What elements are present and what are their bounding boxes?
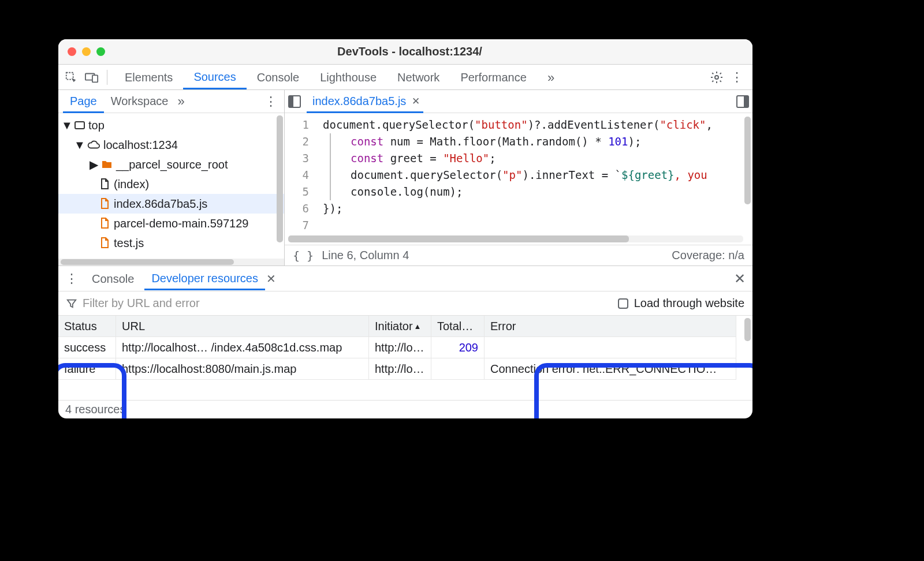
filter-icon — [66, 298, 77, 309]
col-total[interactable]: Total… — [431, 316, 485, 337]
tree-file-selected[interactable]: index.86da7ba5.js — [58, 194, 284, 214]
tab-console[interactable]: Console — [247, 65, 310, 89]
tree-label: (index) — [114, 178, 149, 191]
navigator-tabs: Page Workspace » ⋮ — [58, 90, 284, 113]
folder-icon — [101, 160, 113, 169]
toolbar-right: ⋮ — [710, 70, 748, 85]
file-icon — [100, 198, 110, 210]
nav-tab-workspace[interactable]: Workspace — [104, 90, 176, 113]
cell-error[interactable] — [485, 337, 736, 358]
nav-tab-page[interactable]: Page — [63, 90, 104, 113]
device-toggle-icon[interactable] — [84, 69, 100, 85]
code-body: document.querySelector("button")?.addEve… — [323, 117, 752, 217]
load-through-label: Load through website — [634, 297, 744, 310]
col-error[interactable]: Error — [485, 316, 736, 337]
toolbar-divider — [107, 70, 107, 85]
svg-point-3 — [715, 76, 718, 79]
table-scrollbar[interactable] — [744, 318, 751, 341]
cloud-icon — [87, 140, 100, 149]
col-status[interactable]: Status — [58, 316, 116, 337]
editor-v-scrollbar[interactable] — [744, 117, 751, 204]
sort-asc-icon: ▲ — [414, 322, 422, 331]
cell-total[interactable]: 209 — [431, 337, 485, 358]
pretty-print-icon[interactable]: { } — [293, 249, 314, 263]
cell-status[interactable]: failure — [58, 358, 116, 380]
svg-rect-2 — [92, 75, 98, 82]
tree-file[interactable]: parcel-demo-main.597129 — [58, 214, 284, 233]
editor-statusbar: { } Line 6, Column 4 Coverage: n/a — [285, 245, 752, 265]
close-tab-icon[interactable]: ✕ — [412, 95, 420, 107]
cell-initiator[interactable]: http://lo… — [369, 337, 431, 358]
close-drawer-icon[interactable]: ✕ — [734, 271, 746, 287]
tab-network[interactable]: Network — [387, 65, 450, 89]
drawer-tab-devres[interactable]: Developer resources — [144, 267, 265, 290]
titlebar: DevTools - localhost:1234/ — [58, 39, 752, 65]
chevron-down-icon: ▼ — [76, 139, 84, 152]
editor-tabs: index.86da7ba5.js ✕ — [285, 90, 752, 113]
col-initiator[interactable]: Initiator▲ — [369, 316, 431, 337]
nav-h-scrollbar[interactable] — [58, 259, 284, 265]
nav-more-icon[interactable]: ⋮ — [264, 94, 276, 109]
close-window-button[interactable] — [68, 47, 76, 56]
tab-elements[interactable]: Elements — [114, 65, 183, 89]
tree-scrollbar[interactable] — [277, 115, 283, 242]
file-icon — [100, 178, 110, 190]
file-tree[interactable]: ▼ top ▼ localhost:1234 ▶ __parcel_source… — [58, 113, 284, 259]
chevron-down-icon: ▼ — [63, 119, 71, 132]
line-gutter: 1234567 — [285, 117, 317, 234]
load-through-checkbox[interactable] — [618, 298, 628, 309]
more-menu-icon[interactable]: ⋮ — [731, 70, 742, 85]
editor-h-scrollbar[interactable] — [288, 235, 743, 242]
nav-tabs-overflow[interactable]: » — [177, 94, 184, 109]
navigator-pane: Page Workspace » ⋮ ▼ top ▼ localhost:123… — [58, 90, 285, 265]
cell-total[interactable] — [431, 358, 485, 380]
tree-label: test.js — [114, 237, 144, 250]
cell-status[interactable]: success — [58, 337, 116, 358]
drawer: ⋮ Console Developer resources ✕ ✕ Filter… — [58, 266, 752, 418]
tab-sources[interactable]: Sources — [183, 65, 246, 89]
window-title: DevTools - localhost:1234/ — [76, 45, 743, 58]
close-drawer-tab-icon[interactable]: ✕ — [266, 272, 276, 286]
tab-lighthouse[interactable]: Lighthouse — [310, 65, 387, 89]
tree-label: index.86da7ba5.js — [114, 197, 207, 211]
drawer-tab-console[interactable]: Console — [85, 267, 141, 290]
code-editor[interactable]: 1234567 document.querySelector("button")… — [285, 113, 752, 245]
frame-icon — [74, 121, 85, 129]
panel-tabs: Elements Sources Console Lighthouse Netw… — [114, 65, 705, 89]
coverage-status: Coverage: n/a — [672, 249, 744, 262]
editor-tab[interactable]: index.86da7ba5.js ✕ — [307, 90, 423, 113]
editor-tab-label: index.86da7ba5.js — [312, 95, 406, 108]
cell-error[interactable]: Connection error: net::ERR_CONNECTIO… — [485, 358, 736, 380]
show-navigator-icon[interactable] — [288, 95, 301, 108]
resources-table: Status URL Initiator▲ Total… Error succe… — [58, 316, 752, 400]
tabs-overflow-button[interactable]: » — [537, 65, 565, 89]
drawer-tabs: ⋮ Console Developer resources ✕ ✕ — [58, 266, 752, 291]
main-toolbar: Elements Sources Console Lighthouse Netw… — [58, 65, 752, 90]
editor-pane: index.86da7ba5.js ✕ 1234567 document.que… — [285, 90, 752, 265]
tree-top[interactable]: ▼ top — [58, 115, 284, 135]
cursor-position: Line 6, Column 4 — [322, 249, 409, 262]
chevron-right-icon: ▶ — [90, 158, 98, 171]
col-url[interactable]: URL — [116, 316, 369, 337]
settings-icon[interactable] — [710, 70, 724, 84]
file-icon — [100, 237, 110, 249]
file-icon — [100, 218, 110, 229]
tree-label: localhost:1234 — [103, 139, 178, 152]
tab-performance[interactable]: Performance — [450, 65, 537, 89]
tree-label: parcel-demo-main.597129 — [114, 217, 248, 230]
cell-url[interactable]: https://localhost:8080/main.js.map — [116, 358, 369, 380]
tree-file[interactable]: (index) — [58, 174, 284, 194]
drawer-more-icon[interactable]: ⋮ — [65, 271, 77, 286]
filter-input[interactable]: Filter by URL and error — [83, 297, 612, 310]
cell-initiator[interactable]: http://lo… — [369, 358, 431, 380]
resource-count: 4 resources — [65, 403, 126, 416]
tree-host[interactable]: ▼ localhost:1234 — [58, 135, 284, 155]
tree-file[interactable]: test.js — [58, 233, 284, 253]
tree-label: __parcel_source_root — [116, 158, 228, 171]
devtools-window: DevTools - localhost:1234/ Elements Sour… — [58, 39, 752, 418]
tree-folder[interactable]: ▶ __parcel_source_root — [58, 155, 284, 174]
inspect-icon[interactable] — [63, 69, 79, 85]
drawer-footer: 4 resources — [58, 400, 752, 418]
show-debugger-icon[interactable] — [736, 95, 749, 108]
cell-url[interactable]: http://localhost… /index.4a508c1d.css.ma… — [116, 337, 369, 358]
